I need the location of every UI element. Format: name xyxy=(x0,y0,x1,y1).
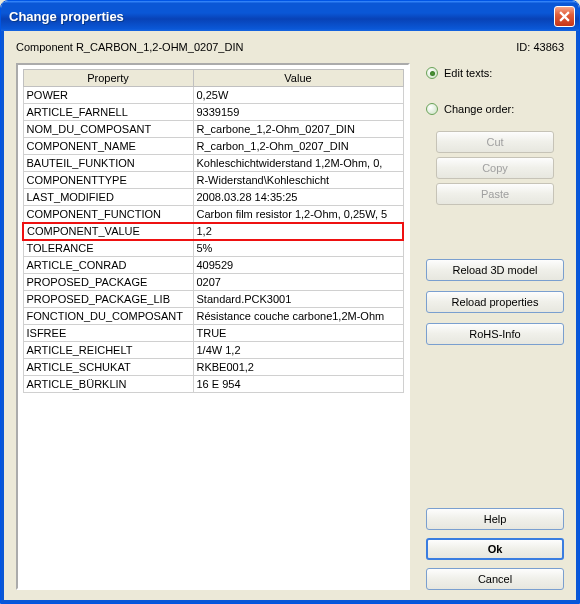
header-row: Component R_CARBON_1,2-OHM_0207_DIN ID: … xyxy=(16,41,564,53)
table-row[interactable]: COMPONENT_NAMER_carbon_1,2-Ohm_0207_DIN xyxy=(23,138,403,155)
property-cell[interactable]: ARTICLE_REICHELT xyxy=(23,342,193,359)
col-header-property[interactable]: Property xyxy=(23,70,193,87)
value-cell[interactable]: TRUE xyxy=(193,325,403,342)
window-title: Change properties xyxy=(9,9,554,24)
side-panel: Edit texts: Change order: Cut Copy Paste… xyxy=(426,63,564,590)
help-button[interactable]: Help xyxy=(426,508,564,530)
value-cell[interactable]: Résistance couche carbone1,2M-Ohm xyxy=(193,308,403,325)
table-row[interactable]: COMPONENT_FUNCTIONCarbon film resistor 1… xyxy=(23,206,403,223)
value-cell[interactable]: 5% xyxy=(193,240,403,257)
value-cell[interactable]: 9339159 xyxy=(193,104,403,121)
property-cell[interactable]: COMPONENTTYPE xyxy=(23,172,193,189)
table-row[interactable]: ARTICLE_CONRAD409529 xyxy=(23,257,403,274)
value-cell[interactable]: RKBE001,2 xyxy=(193,359,403,376)
table-row[interactable]: COMPONENTTYPER-Widerstand\Kohleschicht xyxy=(23,172,403,189)
table-row[interactable]: PROPOSED_PACKAGE_LIBStandard.PCK3001 xyxy=(23,291,403,308)
close-icon xyxy=(559,11,570,22)
edit-texts-label: Edit texts: xyxy=(444,67,492,79)
change-order-radio-row[interactable]: Change order: xyxy=(426,103,564,115)
property-cell[interactable]: COMPONENT_NAME xyxy=(23,138,193,155)
property-cell[interactable]: NOM_DU_COMPOSANT xyxy=(23,121,193,138)
property-cell[interactable]: PROPOSED_PACKAGE_LIB xyxy=(23,291,193,308)
property-cell[interactable]: COMPONENT_FUNCTION xyxy=(23,206,193,223)
table-row[interactable]: ARTICLE_BÜRKLIN16 E 954 xyxy=(23,376,403,393)
table-row[interactable]: ARTICLE_SCHUKATRKBE001,2 xyxy=(23,359,403,376)
radio-icon xyxy=(426,103,438,115)
property-cell[interactable]: POWER xyxy=(23,87,193,104)
ok-button[interactable]: Ok xyxy=(426,538,564,560)
cut-button: Cut xyxy=(436,131,554,153)
property-cell[interactable]: BAUTEIL_FUNKTION xyxy=(23,155,193,172)
property-cell[interactable]: TOLERANCE xyxy=(23,240,193,257)
value-cell[interactable]: 1,2 xyxy=(193,223,403,240)
table-row[interactable]: ARTICLE_FARNELL9339159 xyxy=(23,104,403,121)
property-cell[interactable]: ARTICLE_FARNELL xyxy=(23,104,193,121)
paste-button: Paste xyxy=(436,183,554,205)
table-row[interactable]: BAUTEIL_FUNKTIONKohleschichtwiderstand 1… xyxy=(23,155,403,172)
table-row[interactable]: POWER0,25W xyxy=(23,87,403,104)
value-cell[interactable]: Carbon film resistor 1,2-Ohm, 0,25W, 5 xyxy=(193,206,403,223)
cancel-button[interactable]: Cancel xyxy=(426,568,564,590)
value-cell[interactable]: 16 E 954 xyxy=(193,376,403,393)
table-row[interactable]: COMPONENT_VALUE1,2 xyxy=(23,223,403,240)
copy-button: Copy xyxy=(436,157,554,179)
reload-3d-model-button[interactable]: Reload 3D model xyxy=(426,259,564,281)
table-row[interactable]: NOM_DU_COMPOSANTR_carbone_1,2-Ohm_0207_D… xyxy=(23,121,403,138)
edit-texts-radio-row[interactable]: Edit texts: xyxy=(426,67,564,79)
table-row[interactable]: ARTICLE_REICHELT1/4W 1,2 xyxy=(23,342,403,359)
value-cell[interactable]: 2008.03.28 14:35:25 xyxy=(193,189,403,206)
property-cell[interactable]: ARTICLE_CONRAD xyxy=(23,257,193,274)
id-label: ID: 43863 xyxy=(516,41,564,53)
col-header-value[interactable]: Value xyxy=(193,70,403,87)
value-cell[interactable]: Kohleschichtwiderstand 1,2M-Ohm, 0, xyxy=(193,155,403,172)
change-properties-window: Change properties Component R_CARBON_1,2… xyxy=(0,0,580,604)
value-cell[interactable]: 409529 xyxy=(193,257,403,274)
reload-properties-button[interactable]: Reload properties xyxy=(426,291,564,313)
property-cell[interactable]: ARTICLE_BÜRKLIN xyxy=(23,376,193,393)
table-row[interactable]: TOLERANCE5% xyxy=(23,240,403,257)
radio-icon xyxy=(426,67,438,79)
properties-grid[interactable]: Property Value POWER0,25WARTICLE_FARNELL… xyxy=(16,63,410,590)
property-cell[interactable]: PROPOSED_PACKAGE xyxy=(23,274,193,291)
value-cell[interactable]: R_carbon_1,2-Ohm_0207_DIN xyxy=(193,138,403,155)
titlebar[interactable]: Change properties xyxy=(1,1,579,31)
client-area: Component R_CARBON_1,2-OHM_0207_DIN ID: … xyxy=(1,31,579,603)
value-cell[interactable]: 0,25W xyxy=(193,87,403,104)
property-cell[interactable]: ARTICLE_SCHUKAT xyxy=(23,359,193,376)
close-button[interactable] xyxy=(554,6,575,27)
change-order-label: Change order: xyxy=(444,103,514,115)
table-row[interactable]: PROPOSED_PACKAGE0207 xyxy=(23,274,403,291)
value-cell[interactable]: 0207 xyxy=(193,274,403,291)
property-cell[interactable]: ISFREE xyxy=(23,325,193,342)
property-cell[interactable]: LAST_MODIFIED xyxy=(23,189,193,206)
property-cell[interactable]: FONCTION_DU_COMPOSANT xyxy=(23,308,193,325)
value-cell[interactable]: 1/4W 1,2 xyxy=(193,342,403,359)
value-cell[interactable]: R-Widerstand\Kohleschicht xyxy=(193,172,403,189)
table-row[interactable]: LAST_MODIFIED2008.03.28 14:35:25 xyxy=(23,189,403,206)
value-cell[interactable]: Standard.PCK3001 xyxy=(193,291,403,308)
table-row[interactable]: FONCTION_DU_COMPOSANTRésistance couche c… xyxy=(23,308,403,325)
table-row[interactable]: ISFREETRUE xyxy=(23,325,403,342)
component-label: Component R_CARBON_1,2-OHM_0207_DIN xyxy=(16,41,243,53)
properties-table: Property Value POWER0,25WARTICLE_FARNELL… xyxy=(22,69,404,393)
value-cell[interactable]: R_carbone_1,2-Ohm_0207_DIN xyxy=(193,121,403,138)
rohs-info-button[interactable]: RoHS-Info xyxy=(426,323,564,345)
property-cell[interactable]: COMPONENT_VALUE xyxy=(23,223,193,240)
